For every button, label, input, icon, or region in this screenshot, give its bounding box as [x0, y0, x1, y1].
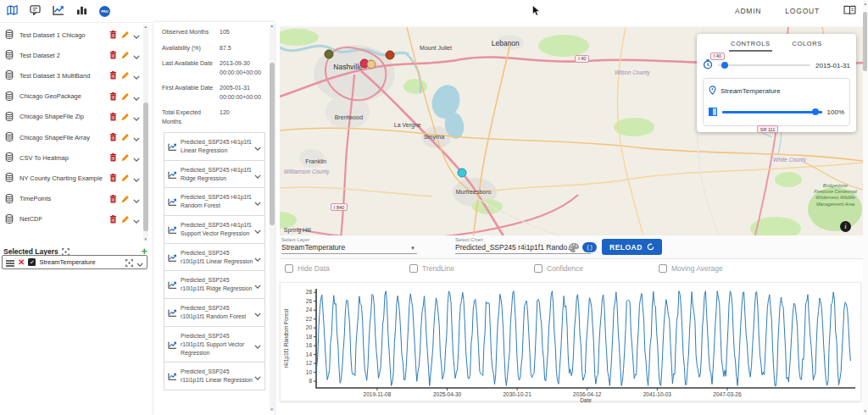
- edit-pencil-icon[interactable]: [121, 89, 129, 104]
- sidebar-scrollbar[interactable]: ▲ ▼: [143, 25, 148, 241]
- dataset-label: NetCDF: [19, 215, 109, 223]
- chevron-down-icon[interactable]: [254, 194, 261, 209]
- map-nav-icon[interactable]: [7, 3, 18, 19]
- delete-icon[interactable]: [109, 47, 117, 63]
- predicted-chart-label: Predicted_SSP245 r10i1p1f1 Linear Regres…: [181, 249, 254, 266]
- predicted-chart-item[interactable]: Predicted_SSP245 r4i1p1f1 Random Forest: [164, 187, 265, 216]
- chart-option-checkbox[interactable]: Hide Data: [285, 264, 409, 273]
- tab-colors[interactable]: COLORS: [791, 38, 824, 52]
- checkbox-icon[interactable]: [534, 264, 542, 273]
- bar-chart-nav-icon[interactable]: [76, 3, 87, 19]
- zoom-to-layer-icon[interactable]: [125, 255, 133, 270]
- chart-option-checkbox[interactable]: Moving Average: [659, 264, 783, 273]
- chevron-down-icon[interactable]: [133, 212, 140, 227]
- select-layer-dropdown[interactable]: Select Layer StreamTemperature ▼: [281, 237, 417, 254]
- stats-scrollbar[interactable]: ▲ ▼: [270, 24, 275, 412]
- reload-button[interactable]: RELOAD: [602, 239, 662, 255]
- chevron-down-icon[interactable]: [254, 368, 261, 384]
- timeseries-chart[interactable]: 8101214161820222426282019-11-082025-04-3…: [281, 283, 862, 402]
- station-marker-cyan[interactable]: [457, 168, 466, 177]
- chevron-down-icon[interactable]: [254, 167, 261, 182]
- edit-pencil-icon[interactable]: [121, 191, 129, 207]
- edit-pencil-icon[interactable]: [121, 130, 129, 145]
- chevron-down-icon[interactable]: [133, 27, 140, 42]
- delete-icon[interactable]: [109, 191, 117, 207]
- chart-option-checkbox[interactable]: TrendLine: [409, 264, 534, 273]
- edit-pencil-icon[interactable]: [121, 109, 129, 125]
- remove-layer-icon[interactable]: ✕: [18, 258, 25, 266]
- predicted-chart-item[interactable]: Predicted_SSP245 r10i1p1f1 Support Vecto…: [164, 326, 265, 363]
- edit-pencil-icon[interactable]: [121, 47, 129, 63]
- station-marker-red[interactable]: [386, 50, 395, 59]
- page-scroll-thumb[interactable]: [863, 12, 867, 71]
- chevron-down-icon[interactable]: [133, 130, 140, 145]
- stats-scroll-thumb[interactable]: [270, 63, 275, 225]
- code-parens-icon[interactable]: ( ): [582, 242, 597, 252]
- checkbox-icon[interactable]: [409, 264, 418, 273]
- delete-icon[interactable]: [109, 109, 117, 125]
- delete-icon[interactable]: [109, 68, 117, 83]
- drag-handle-icon[interactable]: [6, 255, 14, 270]
- chevron-down-icon[interactable]: [133, 170, 140, 185]
- delete-icon[interactable]: [109, 150, 117, 165]
- date-slider-thumb[interactable]: [721, 62, 728, 69]
- edit-pencil-icon[interactable]: [121, 27, 129, 42]
- map-view[interactable]: CONTROLS COLORS 2015-01-31 StreamTempera…: [280, 25, 863, 237]
- chevron-down-icon[interactable]: [133, 109, 140, 125]
- mouse-cursor: [532, 4, 540, 19]
- edit-pencil-icon[interactable]: [121, 212, 129, 227]
- delete-icon[interactable]: [109, 27, 117, 42]
- chevron-down-icon[interactable]: [133, 68, 140, 83]
- chevron-down-icon[interactable]: [133, 89, 140, 104]
- predicted-chart-item[interactable]: Predicted_SSP245 r11i1p1f1 Linear Regres…: [164, 362, 265, 390]
- chart-option-checkbox[interactable]: Confidence: [534, 264, 659, 273]
- docs-book-icon[interactable]: [843, 3, 856, 19]
- delete-icon[interactable]: [109, 130, 117, 145]
- edit-pencil-icon[interactable]: [121, 150, 129, 165]
- predicted-chart-item[interactable]: Predicted_SSP245 r4i1p1f1 Support Vector…: [164, 215, 265, 244]
- chevron-down-icon[interactable]: [136, 255, 143, 270]
- database-icon: [5, 170, 14, 185]
- predicted-chart-item[interactable]: Predicted_SSP245 r10i1p1f1 Ridge Regress…: [164, 270, 265, 299]
- logout-link[interactable]: LOGOUT: [785, 7, 820, 15]
- sidebar-scroll-thumb[interactable]: [143, 102, 148, 231]
- chevron-down-icon[interactable]: [133, 47, 140, 63]
- selected-layer-row: ✕ ✓ StreamTemperature: [2, 255, 147, 269]
- chevron-down-icon[interactable]: [254, 250, 261, 265]
- predicted-chart-item[interactable]: Predicted_SSP245 r10i1p1f1 Linear Regres…: [164, 243, 265, 272]
- delete-icon[interactable]: [109, 89, 117, 104]
- opacity-slider-thumb[interactable]: [812, 108, 819, 115]
- line-chart-nav-icon[interactable]: [53, 3, 64, 19]
- chevron-down-icon[interactable]: [254, 277, 261, 292]
- predicted-chart-item[interactable]: Predicted_SSP245 r4i1p1f1 Ridge Regressi…: [164, 160, 265, 189]
- comment-icon[interactable]: [30, 3, 41, 19]
- chevron-down-icon[interactable]: [254, 305, 261, 320]
- map-info-button[interactable]: i: [840, 221, 851, 232]
- date-slider[interactable]: [718, 64, 810, 66]
- station-marker-tan[interactable]: [367, 59, 376, 69]
- delete-icon[interactable]: [109, 212, 117, 227]
- tab-controls[interactable]: CONTROLS: [729, 38, 771, 52]
- checkbox-label: Hide Data: [298, 264, 330, 273]
- predicted-chart-label: Predicted_SSP245 r4i1p1f1 Linear Regress…: [181, 138, 254, 155]
- edit-pencil-icon[interactable]: [121, 68, 129, 83]
- chevron-down-icon[interactable]: [254, 222, 261, 237]
- chevron-down-icon[interactable]: [133, 191, 140, 207]
- palette-icon[interactable]: [568, 241, 580, 257]
- layer-visibility-checkbox[interactable]: ✓: [28, 258, 36, 266]
- station-marker-olive[interactable]: [324, 49, 333, 58]
- checkbox-icon[interactable]: [285, 264, 293, 273]
- delete-icon[interactable]: [109, 170, 117, 185]
- admin-link[interactable]: ADMIN: [735, 7, 761, 15]
- pro-badge[interactable]: PRO: [99, 6, 110, 17]
- predicted-chart-item[interactable]: Predicted_SSP245 r10i1p1f1 Random Forest: [164, 298, 265, 327]
- stat-value: 120: [214, 108, 266, 126]
- chevron-down-icon[interactable]: [133, 150, 140, 165]
- page-scrollbar[interactable]: ▲ ▼: [863, 0, 868, 415]
- edit-pencil-icon[interactable]: [121, 170, 129, 185]
- predicted-chart-item[interactable]: Predicted_SSP245 r4i1p1f1 Linear Regress…: [164, 132, 265, 161]
- checkbox-icon[interactable]: [659, 264, 667, 273]
- opacity-slider[interactable]: [722, 111, 822, 113]
- chevron-down-icon[interactable]: [254, 139, 261, 154]
- chevron-down-icon[interactable]: [254, 337, 261, 352]
